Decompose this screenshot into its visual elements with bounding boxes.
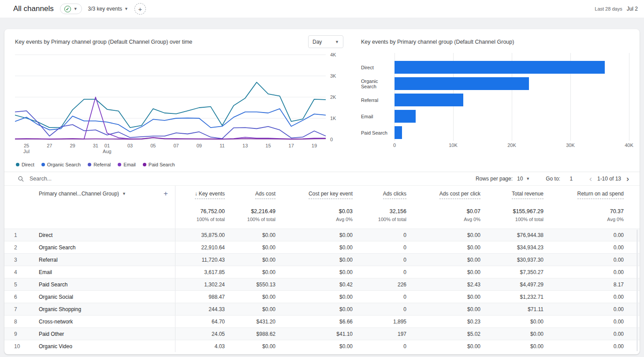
charts-section: Key events by Primary channel group (Def…: [4, 29, 640, 172]
metric-value: $4,497.29: [480, 282, 543, 288]
metric-value: $0.42: [275, 282, 353, 288]
totals-subtext: Avg 0%: [543, 217, 624, 222]
totals-value: $0.03: [275, 208, 353, 214]
column-header-label: Key events: [199, 191, 225, 197]
dimension-header-cell: Primary channel...Channel Group) ▼ +: [25, 186, 175, 201]
channel-name: Paid Search: [25, 278, 175, 290]
metric-value: $5.02: [406, 331, 480, 337]
bar-referral[interactable]: [395, 94, 463, 106]
next-page-button[interactable]: ›: [625, 175, 630, 183]
metric-value: 22,910.64: [175, 244, 225, 251]
metric-value: $0.00: [480, 331, 543, 337]
goto-page-input[interactable]: [565, 175, 578, 182]
legend-item-paid-search[interactable]: Paid Search: [143, 162, 175, 167]
bar-chart: DirectOrganic SearchReferralEmailPaid Se…: [361, 53, 629, 149]
metric-value: $0.00: [225, 343, 275, 349]
rows-per-page-value: 10: [517, 176, 523, 182]
channel-name: Organic Social: [25, 291, 175, 303]
channel-name: Email: [25, 266, 175, 278]
legend-item-email[interactable]: Email: [118, 162, 136, 167]
row-index: 2: [4, 244, 25, 251]
chevron-down-icon: ▼: [122, 192, 126, 196]
legend-item-organic-search[interactable]: Organic Search: [41, 162, 81, 167]
metric-value: $0.00: [275, 306, 353, 312]
chevron-down-icon: ▼: [124, 7, 128, 11]
table-row[interactable]: 8Cross-network64.70$431.20$6.661,895$0.2…: [4, 315, 640, 327]
metric-value: $41.10: [275, 331, 353, 337]
bar-row: [395, 75, 629, 92]
add-dimension-button[interactable]: +: [162, 190, 170, 197]
key-events-label: 3/3 key events: [88, 6, 122, 12]
row-index: 9: [4, 331, 25, 337]
metric-value: $30,937.30: [480, 257, 543, 263]
table-row[interactable]: 1Direct35,875.00$0.00$0.000$0.00$76,944.…: [4, 229, 640, 241]
metric-value: $7,350.27: [480, 269, 543, 275]
legend-item-referral[interactable]: Referral: [88, 162, 111, 167]
metric-value: $0.00: [275, 294, 353, 300]
column-header-key-events[interactable]: ↓Key events: [175, 191, 225, 197]
table-row[interactable]: 4Email3,617.85$0.00$0.000$0.00$7,350.270…: [4, 266, 640, 278]
metric-value: $0.00: [406, 257, 480, 263]
metric-value: $0.00: [225, 269, 275, 275]
row-index: 7: [4, 306, 25, 312]
row-index: 10: [4, 343, 25, 349]
table-totals-row: 76,752.00100% of total$2,216.49100% of t…: [4, 201, 640, 229]
date-range-picker[interactable]: Jul 2: [627, 6, 638, 12]
column-header-ads-cost[interactable]: Ads cost: [225, 191, 275, 197]
column-header-cost-per-key-event[interactable]: Cost per key event: [275, 191, 353, 197]
x-axis-tick: 29: [70, 143, 75, 148]
series-line-referral: [15, 111, 326, 139]
column-header-return-on-ad-spend[interactable]: Return on ad spend: [543, 191, 624, 197]
bar-paid-search[interactable]: [395, 126, 402, 139]
metric-value: $0.00: [406, 294, 480, 300]
channel-name: Referral: [25, 254, 175, 266]
add-comparison-button[interactable]: +: [134, 3, 146, 15]
date-range-label: Last 28 days: [595, 6, 622, 11]
table-row[interactable]: 10Organic Video4.03$0.00$0.000$0.00$0.00…: [4, 340, 640, 352]
line-chart: 4K3K2K1K025Jul27293101Aug030507091113151…: [15, 51, 343, 157]
series-line-organic-search: [15, 109, 326, 132]
column-header-total-revenue[interactable]: Total revenue: [480, 191, 543, 197]
search-input[interactable]: [29, 175, 161, 182]
rows-per-page-select[interactable]: 10 ▼: [517, 176, 530, 182]
legend-item-direct[interactable]: Direct: [16, 162, 34, 167]
channel-status-badge[interactable]: ✓ ▼: [60, 4, 82, 14]
key-events-selector[interactable]: 3/3 key events ▼: [88, 6, 128, 12]
metric-value: $0.00: [406, 306, 480, 312]
line-chart-title: Key events by Primary channel group (Def…: [15, 35, 192, 45]
table-row[interactable]: 7Organic Shopping244.33$0.00$0.000$0.00$…: [4, 303, 640, 315]
table-row[interactable]: 9Paid Other24.05$988.62$41.10197$5.02$0.…: [4, 327, 640, 340]
x-axis-tick: 05: [150, 143, 156, 148]
table-row[interactable]: 6Organic Social988.47$0.00$0.000$0.00$1,…: [4, 290, 640, 303]
goto-label: Go to:: [546, 176, 560, 182]
totals-cell: $0.07Avg 0%: [406, 208, 480, 222]
metric-value: 24.05: [175, 331, 225, 337]
granularity-value: Day: [313, 39, 322, 45]
x-axis-tick: 25: [24, 143, 29, 148]
search-box[interactable]: [18, 175, 476, 182]
previous-page-button[interactable]: ‹: [588, 175, 593, 183]
granularity-select[interactable]: Day ▼: [308, 35, 343, 48]
bar-direct[interactable]: [395, 61, 605, 74]
column-header-ads-clicks[interactable]: Ads clicks: [353, 191, 406, 197]
bar-chart-title: Key events by Primary channel group (Def…: [361, 35, 514, 45]
dimension-header[interactable]: Primary channel...Channel Group) ▼: [39, 191, 126, 197]
bar-row: [395, 124, 629, 141]
x-axis-tick: 27: [47, 143, 52, 148]
bar-organic-search[interactable]: [395, 77, 529, 90]
bar-email[interactable]: [395, 110, 416, 123]
metric-value: $431.20: [225, 319, 275, 325]
scrollbar[interactable]: [637, 229, 638, 351]
table-row[interactable]: 3Referral11,720.43$0.00$0.000$0.00$30,93…: [4, 253, 640, 266]
chevron-down-icon: ▼: [335, 40, 339, 44]
column-header-ads-cost-per-click[interactable]: Ads cost per click: [406, 191, 480, 197]
metric-value: $0.23: [406, 319, 480, 325]
pagination-range: 1-10 of 13: [597, 176, 621, 182]
bar-x-axis-tick: 10K: [449, 143, 458, 148]
table-row[interactable]: 5Paid Search1,302.24$550.13$0.42226$2.43…: [4, 278, 640, 290]
table-row[interactable]: 2Organic Search22,910.64$0.00$0.000$0.00…: [4, 241, 640, 253]
totals-cell: $155,967.29100% of total: [480, 208, 543, 222]
metric-value: $0.00: [406, 232, 480, 238]
table-header-row: Primary channel...Channel Group) ▼ + ↓Ke…: [4, 186, 640, 201]
x-axis-tick: 19: [312, 143, 317, 148]
